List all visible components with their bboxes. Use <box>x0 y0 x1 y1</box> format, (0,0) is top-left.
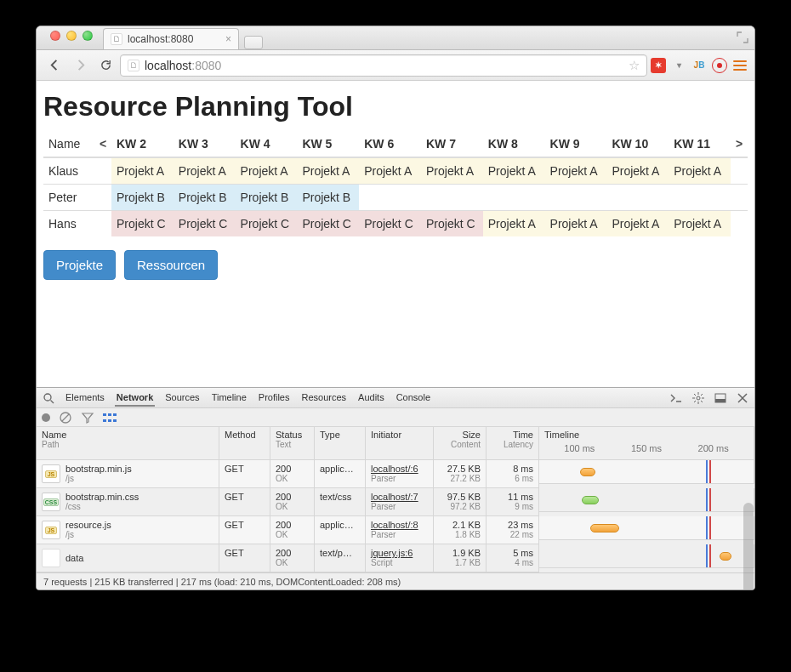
devtools-tab-network[interactable]: Network <box>115 390 155 407</box>
nt-cell-timeline <box>539 544 754 568</box>
file-js-icon <box>42 521 60 539</box>
project-cell[interactable]: Projekt A <box>297 157 359 185</box>
url-text: localhost:8080 <box>145 59 221 72</box>
nav-prev[interactable]: < <box>94 131 111 157</box>
nt-cell-time: 8 ms6 ms <box>487 460 539 488</box>
gear-icon[interactable] <box>691 391 705 405</box>
nt-cell-size: 2.1 KB1.8 KB <box>434 516 487 544</box>
nt-head-type[interactable]: Type <box>315 427 366 460</box>
project-cell[interactable] <box>483 185 545 211</box>
minimize-window-button[interactable] <box>66 31 77 41</box>
project-cell[interactable]: Projekt C <box>111 211 174 237</box>
extension-dropdown-icon[interactable]: ▾ <box>671 58 686 73</box>
nt-cell-status: 200OK <box>270 544 315 572</box>
project-cell[interactable]: Projekt B <box>111 185 174 211</box>
close-tab-button[interactable]: × <box>225 33 231 45</box>
project-cell[interactable]: Projekt A <box>483 157 545 185</box>
extension-icon[interactable]: ✶ <box>651 58 666 73</box>
project-cell[interactable]: Projekt A <box>111 157 174 185</box>
extension-circle-icon[interactable] <box>712 58 727 73</box>
address-bar[interactable]: 🗋 localhost:8080 ☆ <box>120 54 647 77</box>
svg-point-1 <box>697 396 700 400</box>
nt-head-method[interactable]: Method <box>219 427 270 460</box>
vertical-scrollbar[interactable] <box>743 503 754 590</box>
record-icon[interactable] <box>42 413 50 422</box>
search-icon[interactable] <box>42 391 55 405</box>
project-cell[interactable]: Projekt C <box>236 211 298 237</box>
close-window-button[interactable] <box>50 31 60 41</box>
nt-head-time[interactable]: TimeLatency <box>487 427 539 460</box>
project-cell[interactable]: Projekt B <box>174 185 236 211</box>
forward-button[interactable] <box>69 55 91 76</box>
filter-icon[interactable] <box>81 411 94 424</box>
nt-cell-initiator[interactable]: localhost/:8Parser <box>366 516 434 544</box>
col-week: KW 5 <box>297 131 359 157</box>
project-cell[interactable]: Projekt A <box>545 211 607 237</box>
project-cell[interactable]: Projekt A <box>606 157 669 185</box>
nt-cell-timeline <box>539 516 754 540</box>
project-cell[interactable]: Projekt A <box>236 157 298 185</box>
projekte-button[interactable]: Projekte <box>43 250 116 280</box>
devtools-tab-console[interactable]: Console <box>395 390 432 407</box>
project-cell[interactable]: Projekt A <box>669 157 731 185</box>
dock-icon[interactable] <box>714 391 727 405</box>
project-cell[interactable]: Projekt A <box>669 211 731 237</box>
nt-cell-type: applic… <box>315 460 366 488</box>
project-cell[interactable]: Projekt C <box>297 211 359 237</box>
back-button[interactable] <box>43 55 65 76</box>
page-favicon-icon: 🗋 <box>111 33 122 45</box>
ressourcen-button[interactable]: Ressourcen <box>124 250 218 280</box>
devtools-tab-audits[interactable]: Audits <box>356 390 386 407</box>
browser-tab[interactable]: 🗋 localhost:8080 × <box>103 28 239 49</box>
tab-strip: 🗋 localhost:8080 × <box>37 26 754 50</box>
new-tab-button[interactable] <box>244 36 263 49</box>
project-cell[interactable]: Projekt A <box>359 157 421 185</box>
nav-next[interactable]: > <box>731 131 748 157</box>
reload-button[interactable] <box>94 55 117 76</box>
large-rows-icon[interactable] <box>103 413 117 422</box>
clear-icon[interactable] <box>59 411 72 424</box>
devtools-tab-resources[interactable]: Resources <box>299 390 348 407</box>
nt-cell-initiator[interactable]: localhost/:6Parser <box>366 460 434 488</box>
nt-cell-initiator[interactable]: jquery.js:6Script <box>366 544 434 572</box>
project-cell[interactable]: Projekt A <box>421 157 483 185</box>
site-info-icon[interactable]: 🗋 <box>128 60 139 71</box>
nt-head-timeline[interactable]: Timeline100 ms150 ms200 ms <box>539 427 754 460</box>
project-cell[interactable] <box>359 185 421 211</box>
nt-head-initiator[interactable]: Initiator <box>366 427 434 460</box>
nt-cell-name[interactable]: resource.js/js <box>37 516 219 544</box>
devtools-tab-timeline[interactable]: Timeline <box>210 390 248 407</box>
nt-cell-name[interactable]: bootstrap.min.css/css <box>37 488 219 516</box>
devtools-tab-sources[interactable]: Sources <box>163 390 201 407</box>
devtools-tab-elements[interactable]: Elements <box>64 390 106 407</box>
extension-jb-icon[interactable]: JB <box>691 58 707 73</box>
chrome-menu-icon[interactable] <box>732 58 748 73</box>
bookmark-star-icon[interactable]: ☆ <box>629 58 640 73</box>
project-cell[interactable] <box>669 185 731 211</box>
project-cell[interactable]: Projekt C <box>174 211 236 237</box>
project-cell[interactable]: Projekt A <box>174 157 236 185</box>
zoom-window-button[interactable] <box>83 31 93 41</box>
project-cell[interactable]: Projekt B <box>236 185 298 211</box>
project-cell[interactable]: Projekt C <box>421 211 483 237</box>
project-cell[interactable] <box>545 185 607 211</box>
console-toggle-icon[interactable] <box>669 391 683 405</box>
nt-head-size[interactable]: SizeContent <box>434 427 487 460</box>
nt-head-status[interactable]: StatusText <box>270 427 315 460</box>
project-cell[interactable]: Projekt A <box>483 211 545 237</box>
close-devtools-icon[interactable] <box>736 391 749 405</box>
project-cell[interactable] <box>421 185 483 211</box>
resource-name: Hans <box>43 211 94 237</box>
traffic-lights <box>43 31 93 41</box>
devtools-tab-profiles[interactable]: Profiles <box>257 390 292 407</box>
nt-cell-name[interactable]: data <box>37 544 219 572</box>
nt-cell-name[interactable]: bootstrap.min.js/js <box>37 460 219 488</box>
project-cell[interactable]: Projekt C <box>359 211 421 237</box>
project-cell[interactable]: Projekt A <box>545 157 607 185</box>
project-cell[interactable]: Projekt B <box>297 185 359 211</box>
enter-fullscreen-icon[interactable] <box>736 31 749 44</box>
nt-head-name[interactable]: NamePath <box>37 427 219 460</box>
nt-cell-initiator[interactable]: localhost/:7Parser <box>366 488 434 516</box>
project-cell[interactable]: Projekt A <box>606 211 669 237</box>
project-cell[interactable] <box>606 185 669 211</box>
